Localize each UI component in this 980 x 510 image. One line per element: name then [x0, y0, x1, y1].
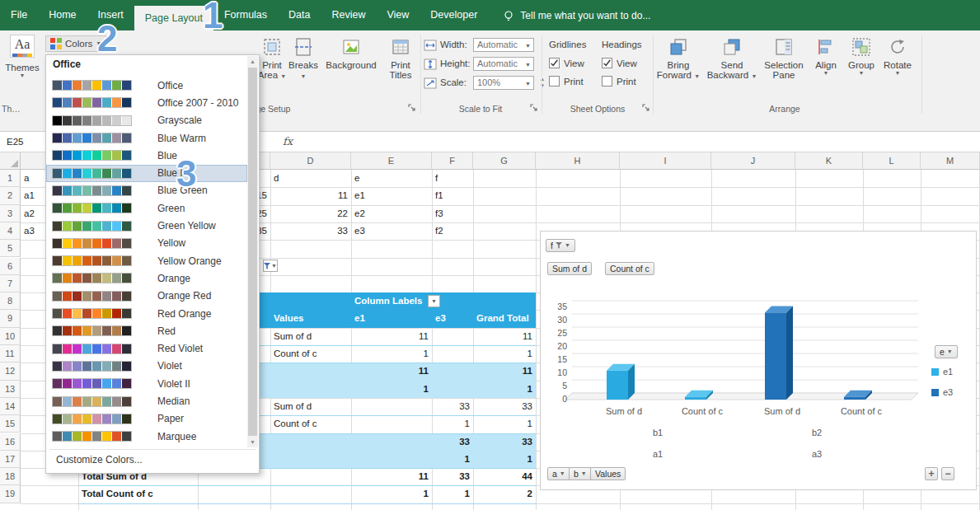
chart-filter-field-button[interactable]: f ▼: [546, 239, 575, 252]
cell-G18[interactable]: 44: [473, 468, 536, 485]
row-header-17[interactable]: 17: [0, 451, 21, 468]
theme-colors-option-red-orange[interactable]: Red Orange: [46, 305, 247, 322]
tab-page-layout[interactable]: Page Layout: [134, 6, 213, 30]
theme-colors-option-blue-green[interactable]: Blue Green: [46, 182, 247, 199]
row-header-1[interactable]: 1: [0, 170, 21, 187]
theme-colors-option-grayscale[interactable]: Grayscale: [46, 112, 247, 129]
row-header-5[interactable]: 5: [0, 240, 21, 257]
theme-colors-option-paper[interactable]: Paper: [46, 410, 247, 428]
column-header-I[interactable]: I: [620, 152, 711, 170]
theme-colors-option-green-yellow[interactable]: Green Yellow: [46, 217, 247, 234]
height-dropdown[interactable]: Automatic▼: [473, 57, 534, 71]
tell-me-box[interactable]: Tell me what you want to do...: [503, 0, 650, 30]
theme-colors-option-orange[interactable]: Orange: [46, 269, 247, 287]
tab-file[interactable]: File: [0, 0, 38, 30]
scroll-down-icon[interactable]: ▼: [247, 437, 258, 447]
row-header-11[interactable]: 11: [0, 345, 21, 363]
theme-colors-option-yellow-orange[interactable]: Yellow Orange: [46, 252, 247, 269]
headings-print-checkbox[interactable]: Print: [602, 76, 636, 87]
tab-view[interactable]: View: [376, 0, 420, 30]
chart-axis-field-button-values[interactable]: Values: [590, 467, 626, 480]
menu-scrollbar[interactable]: ▲ ▼: [247, 56, 258, 447]
rotate-button[interactable]: Rotate▼: [871, 35, 924, 77]
cell-E13[interactable]: 1: [351, 381, 432, 398]
row-header-13[interactable]: 13: [0, 381, 21, 398]
column-header-K[interactable]: K: [795, 152, 863, 170]
cell-F1[interactable]: f: [432, 170, 473, 187]
scale-dropdown[interactable]: 100%▼: [473, 76, 534, 90]
cell-E18[interactable]: 11: [351, 468, 432, 485]
cell-D9[interactable]: Values: [270, 310, 351, 327]
cell-F4[interactable]: f2: [432, 222, 473, 240]
bring-forward-button[interactable]: BringForward ▼: [652, 35, 705, 80]
cell-G14[interactable]: 33: [473, 398, 536, 415]
pivot-chart[interactable]: 05101520253035Sum of dCount of cSum of d…: [540, 231, 977, 490]
cell-D4[interactable]: 33: [270, 222, 351, 240]
cell-E19[interactable]: 1: [351, 485, 432, 503]
send-backward-button[interactable]: SendBackward ▼: [706, 35, 758, 80]
cell-E8[interactable]: Column Labels: [351, 292, 432, 310]
row-header-2[interactable]: 2: [0, 187, 21, 204]
themes-button[interactable]: Aa Themes ▼: [2, 35, 43, 101]
theme-colors-option-office[interactable]: Office: [46, 77, 247, 94]
theme-colors-option-violet[interactable]: Violet: [46, 358, 247, 375]
chart-zoom-in-button[interactable]: +: [925, 467, 938, 480]
cell-E11[interactable]: 1: [351, 345, 432, 363]
cell-B19[interactable]: Total Count of c: [78, 485, 198, 503]
cell-D14[interactable]: Sum of d: [270, 398, 351, 415]
cell-D10[interactable]: Sum of d: [270, 328, 351, 345]
chart-legend-field-button[interactable]: e ▼: [935, 345, 958, 358]
cell-G9[interactable]: Grand Total: [473, 310, 536, 327]
theme-colors-option-red[interactable]: Red: [46, 322, 247, 339]
tab-home[interactable]: Home: [38, 0, 87, 30]
chart-value-field-button-count-of-c[interactable]: Count of c: [605, 262, 654, 275]
column-header-D[interactable]: D: [270, 152, 351, 170]
column-header-E[interactable]: E: [351, 152, 432, 170]
row-header-9[interactable]: 9: [0, 310, 21, 327]
scale-to-fit-dialog-launcher[interactable]: [529, 103, 540, 114]
row-header-6[interactable]: 6: [0, 258, 21, 275]
cell-E4[interactable]: e3: [351, 222, 432, 240]
column-header-G[interactable]: G: [473, 152, 536, 170]
cell-D1[interactable]: d: [270, 170, 351, 187]
column-header-L[interactable]: L: [863, 152, 921, 170]
cell-E10[interactable]: 11: [351, 328, 432, 345]
cell-F14[interactable]: 33: [432, 398, 473, 415]
cell-G15[interactable]: 1: [473, 415, 536, 433]
cell-G11[interactable]: 1: [473, 345, 536, 363]
cell-G19[interactable]: 2: [473, 485, 536, 503]
headings-view-checkbox[interactable]: View: [602, 58, 637, 68]
cell-G10[interactable]: 11: [473, 328, 536, 345]
row-header-8[interactable]: 8: [0, 292, 21, 310]
cell-F2[interactable]: f1: [432, 187, 473, 204]
cell-D15[interactable]: Count of c: [270, 415, 351, 433]
chart-zoom-out-button[interactable]: −: [941, 467, 954, 480]
row-header-7[interactable]: 7: [0, 275, 21, 292]
cell-F17[interactable]: 1: [432, 451, 473, 468]
theme-colors-option-yellow[interactable]: Yellow: [46, 235, 247, 252]
cell-E9[interactable]: e1: [351, 310, 432, 327]
cell-F15[interactable]: 1: [432, 415, 473, 433]
theme-colors-option-blue[interactable]: Blue: [46, 147, 247, 164]
cell-E1[interactable]: e: [351, 170, 432, 187]
row-header-19[interactable]: 19: [0, 485, 21, 503]
column-header-F[interactable]: F: [432, 152, 473, 170]
row-header-16[interactable]: 16: [0, 433, 21, 451]
theme-colors-option-violet-ii[interactable]: Violet II: [46, 375, 247, 392]
row-header-3[interactable]: 3: [0, 205, 21, 222]
chart-axis-field-button-b[interactable]: b ▼: [569, 467, 592, 480]
cell-F16[interactable]: 33: [432, 433, 473, 451]
column-header-J[interactable]: J: [711, 152, 795, 170]
theme-colors-option-median[interactable]: Median: [46, 392, 247, 409]
width-dropdown[interactable]: Automatic▼: [473, 38, 534, 52]
row-header-12[interactable]: 12: [0, 363, 21, 380]
cell-G17[interactable]: 1: [473, 451, 536, 468]
theme-colors-option-office-2007-2010[interactable]: Office 2007 - 2010: [46, 94, 247, 111]
cell-F19[interactable]: 1: [432, 485, 473, 503]
cell-F9[interactable]: e3: [432, 310, 473, 327]
cell-F18[interactable]: 33: [432, 468, 473, 485]
scrollbar-thumb[interactable]: [248, 68, 257, 436]
tab-developer[interactable]: Developer: [420, 0, 488, 30]
row-header-15[interactable]: 15: [0, 415, 21, 433]
row-header-10[interactable]: 10: [0, 328, 21, 345]
